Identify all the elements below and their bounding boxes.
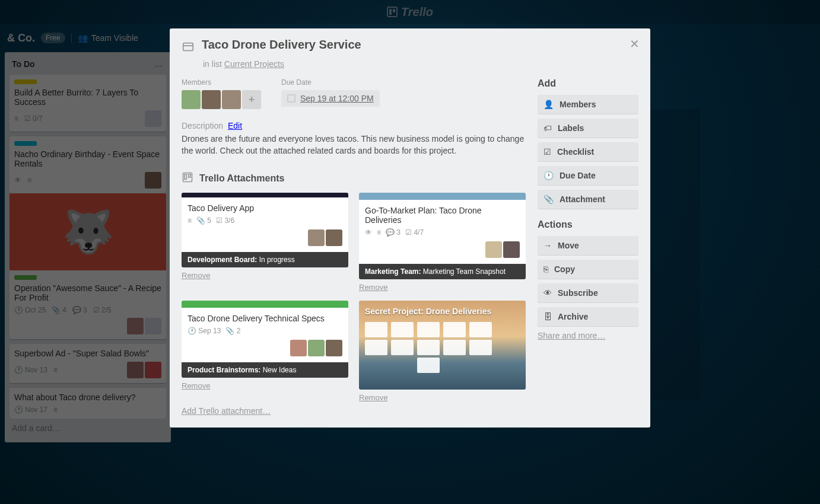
add-member-button[interactable]: +: [242, 90, 261, 109]
archive-icon: 🗄: [544, 312, 552, 321]
add-attachment-button[interactable]: 📎Attachment: [538, 190, 638, 209]
board-attachment[interactable]: Secret Project: Drone Deliveries: [359, 301, 526, 390]
avatar: [503, 241, 520, 258]
attachment-badge: 📎 5: [196, 216, 211, 225]
due-date-value: Sep 19 at 12:00 PM: [300, 94, 374, 103]
close-icon[interactable]: ✕: [630, 37, 640, 51]
remove-attachment-link[interactable]: Remove: [182, 381, 210, 390]
svg-rect-0: [183, 43, 193, 51]
avatar: [326, 340, 342, 356]
attachment-footer: Product Brainstorms: New Ideas: [182, 362, 348, 378]
attachment-title: Go-To-Market Plan: Taco Drone Deliveries: [365, 206, 520, 225]
members-icon: 👤: [544, 100, 554, 109]
actions-section-header: Actions: [538, 219, 638, 230]
attachment-banner: [182, 301, 348, 308]
trello-attachments-icon: [182, 171, 193, 186]
eye-icon: 👁: [365, 228, 372, 237]
svg-rect-4: [189, 174, 190, 177]
edit-description-link[interactable]: Edit: [228, 121, 242, 130]
card-detail-modal: ✕ Taco Drone Delivery Service in list Cu…: [170, 28, 650, 428]
checklist-badge: ☑ 4/7: [405, 228, 424, 237]
due-date-chip[interactable]: Sep 19 at 12:00 PM: [281, 90, 380, 107]
avatar[interactable]: [182, 90, 201, 109]
attachment-banner: [359, 193, 526, 200]
checklist-icon: ☑: [544, 147, 551, 157]
copy-button[interactable]: ⎘Copy: [538, 260, 638, 279]
avatar: [485, 241, 502, 258]
share-and-more-link[interactable]: Share and more…: [538, 331, 638, 340]
card-icon: [182, 40, 195, 56]
clock-icon: 🕐: [544, 171, 554, 180]
trello-attachment[interactable]: Taco Drone Delivery Technical Specs 🕐 Se…: [182, 301, 348, 378]
description-text[interactable]: Drones are the future and everyone loves…: [182, 133, 526, 157]
copy-icon: ⎘: [544, 264, 548, 274]
members-label: Members: [182, 78, 261, 87]
in-list-link[interactable]: Current Projects: [224, 59, 284, 69]
avatar: [308, 340, 325, 356]
add-trello-attachment-link[interactable]: Add Trello attachment…: [182, 406, 526, 416]
due-badge: 🕐 Sep 13: [187, 327, 221, 335]
eye-icon: 👁: [544, 288, 552, 298]
attachment-footer: Marketing Team: Marketing Team Snapshot: [359, 264, 526, 279]
trello-attachment[interactable]: Taco Delivery App ≡ 📎 5 ☑ 3/6 Developmen…: [182, 193, 348, 267]
avatar[interactable]: [222, 90, 241, 109]
checklist-badge: ☑ 3/6: [216, 216, 234, 225]
subscribe-button[interactable]: 👁Subscribe: [538, 283, 638, 302]
archive-button[interactable]: 🗄Archive: [538, 307, 638, 326]
svg-rect-3: [185, 174, 186, 179]
description-icon: ≡: [377, 228, 381, 237]
modal-title[interactable]: Taco Drone Delivery Service: [202, 38, 361, 52]
add-due-date-button[interactable]: 🕐Due Date: [538, 166, 638, 185]
attachment-badge: 📎 2: [225, 327, 240, 335]
add-checklist-button[interactable]: ☑Checklist: [538, 142, 638, 161]
avatar: [308, 229, 325, 246]
trello-attachment[interactable]: Go-To-Market Plan: Taco Drone Deliveries…: [359, 193, 526, 279]
avatar: [290, 340, 307, 356]
board-preview: [359, 322, 526, 390]
arrow-right-icon: →: [544, 241, 552, 250]
avatar: [326, 229, 342, 246]
avatar[interactable]: [202, 90, 221, 109]
attachment-banner: [182, 193, 348, 197]
due-checkbox[interactable]: [287, 94, 295, 103]
add-section-header: Add: [538, 78, 638, 89]
board-attachment-title: Secret Project: Drone Deliveries: [359, 301, 526, 322]
labels-icon: 🏷: [544, 123, 552, 133]
remove-attachment-link[interactable]: Remove: [359, 393, 387, 402]
move-button[interactable]: →Move: [538, 236, 638, 255]
comments-badge: 💬 3: [386, 228, 401, 237]
attachments-header: Trello Attachments: [199, 173, 284, 184]
in-list-text: in list Current Projects: [203, 59, 638, 69]
attachment-icon: 📎: [544, 194, 554, 204]
add-members-button[interactable]: 👤Members: [538, 95, 638, 114]
attachment-title: Taco Drone Delivery Technical Specs: [187, 314, 342, 323]
add-labels-button[interactable]: 🏷Labels: [538, 119, 638, 138]
description-label: Description: [182, 121, 223, 130]
due-date-label: Due Date: [281, 78, 380, 87]
description-icon: ≡: [187, 216, 192, 225]
remove-attachment-link[interactable]: Remove: [359, 283, 387, 292]
remove-attachment-link[interactable]: Remove: [182, 271, 210, 280]
attachment-footer: Development Board: In progress: [182, 252, 348, 267]
attachment-title: Taco Delivery App: [187, 203, 342, 213]
